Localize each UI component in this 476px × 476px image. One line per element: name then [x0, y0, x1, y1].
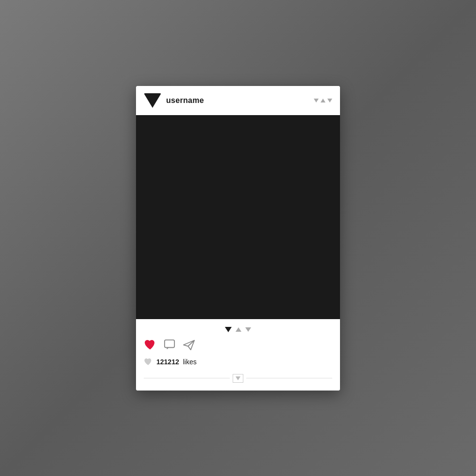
- divider-right: [246, 378, 332, 378]
- share-button[interactable]: [183, 339, 195, 353]
- post-image: [136, 115, 340, 319]
- comment-icon: [163, 339, 176, 351]
- username-label[interactable]: username: [166, 96, 204, 105]
- nav-arrow-up: [236, 327, 241, 332]
- collapse-button[interactable]: [233, 374, 243, 383]
- comment-button[interactable]: [163, 339, 176, 353]
- nav-arrow-down-2: [245, 327, 251, 332]
- chevron-down-icon-2: [327, 99, 332, 102]
- comment-divider: [144, 374, 332, 383]
- send-icon: [183, 339, 195, 351]
- likes-label: likes: [183, 358, 197, 366]
- post-header: username: [136, 86, 340, 115]
- likes-count: 121212: [156, 358, 179, 366]
- user-info: username: [144, 92, 204, 109]
- more-options-menu[interactable]: [314, 99, 332, 102]
- likes-heart-icon: [144, 357, 153, 366]
- chevron-down-icon: [314, 99, 319, 102]
- avatar[interactable]: [144, 92, 161, 109]
- chevron-up-icon: [321, 99, 325, 102]
- nav-arrow-down: [225, 327, 232, 332]
- collapse-icon: [235, 376, 241, 381]
- like-button[interactable]: [144, 339, 156, 353]
- likes-row: 121212 likes: [144, 357, 332, 370]
- navigation-dots: [144, 324, 332, 337]
- svg-rect-0: [165, 340, 174, 347]
- avatar-shape: [144, 93, 161, 108]
- post-card: username: [136, 86, 340, 391]
- action-buttons-row: [144, 337, 332, 357]
- divider-left: [144, 378, 230, 378]
- post-footer: 121212 likes: [136, 319, 340, 391]
- heart-icon: [144, 339, 156, 351]
